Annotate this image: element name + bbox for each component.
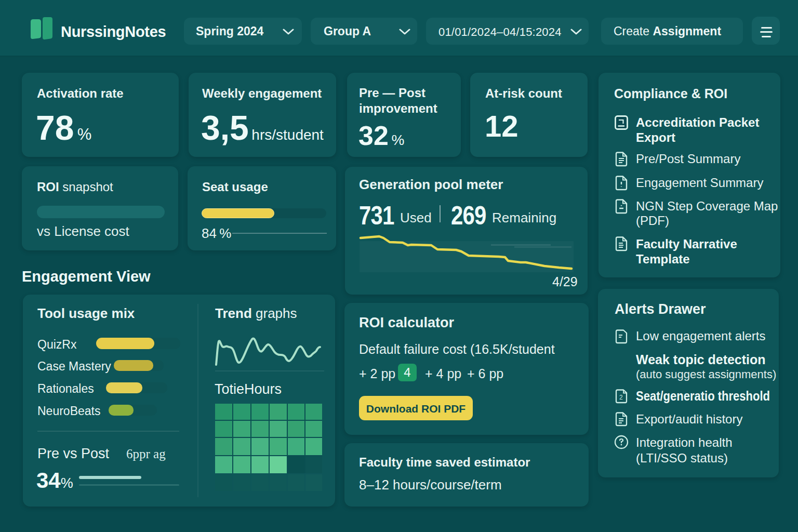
svg-text:2: 2 xyxy=(619,394,623,401)
